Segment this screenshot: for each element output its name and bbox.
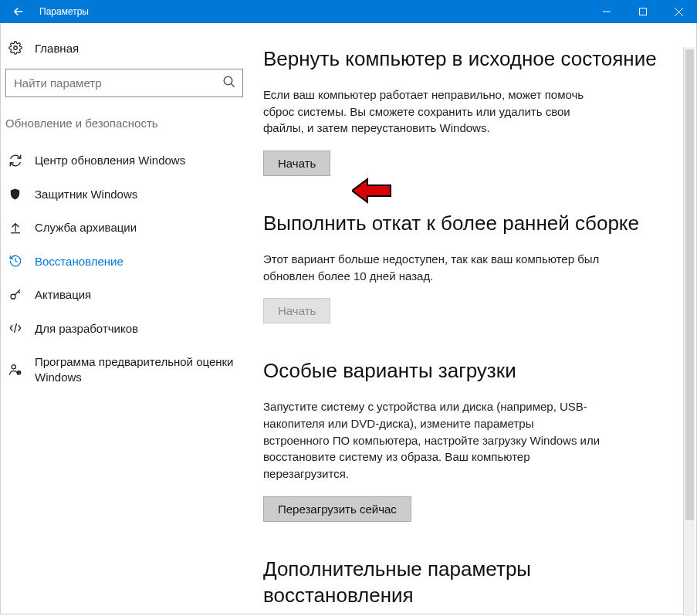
rollback-begin-button: Начать: [263, 298, 330, 323]
person-icon: [8, 363, 24, 377]
svg-rect-1: [639, 8, 646, 15]
search-icon: [222, 75, 236, 89]
upload-icon: [8, 221, 24, 235]
back-button[interactable]: [0, 0, 36, 23]
refresh-icon: [8, 154, 24, 168]
window-title: Параметры: [36, 6, 89, 17]
section-reset-description: Если ваш компьютер работает неправильно,…: [263, 86, 603, 137]
section-advanced-description: Запустите систему с устройства или диска…: [263, 398, 603, 482]
content-area: Вернуть компьютер в исходное состояние Е…: [248, 23, 696, 614]
close-button[interactable]: [661, 0, 697, 23]
sidebar-item-defender[interactable]: Защитник Windows: [1, 178, 248, 212]
reset-begin-button[interactable]: Начать: [263, 151, 330, 176]
section-extra-title: Дополнительные параметры восстановления: [263, 557, 679, 609]
nav-category: Обновление и безопасность: [1, 117, 248, 144]
history-icon: [8, 254, 24, 268]
scrollbar-thumb[interactable]: [685, 49, 694, 520]
search-input[interactable]: [14, 76, 215, 90]
sidebar-item-activation[interactable]: Активация: [1, 278, 248, 312]
gear-icon: [8, 41, 24, 55]
sidebar-item-update[interactable]: Центр обновления Windows: [1, 144, 248, 178]
svg-point-4: [14, 46, 18, 50]
sidebar-item-backup[interactable]: Служба архивации: [1, 211, 248, 245]
minimize-button[interactable]: [588, 0, 624, 23]
sidebar-item-developers[interactable]: Для разработчиков: [1, 312, 248, 346]
shield-icon: [8, 188, 24, 201]
key-icon: [8, 288, 24, 302]
scrollbar[interactable]: [683, 47, 695, 616]
sidebar-item-insider[interactable]: Программа предварительной оценки Windows: [1, 345, 248, 394]
section-advanced-title: Особые варианты загрузки: [263, 358, 679, 384]
home-label: Главная: [35, 42, 79, 55]
title-bar: Параметры: [0, 0, 697, 23]
sidebar: Главная Обновление и безопасность Центр …: [1, 23, 248, 614]
svg-point-8: [11, 294, 15, 299]
sidebar-item-recovery[interactable]: Восстановление: [1, 245, 248, 279]
section-rollback-title: Выполнить откат к более ранней сборке: [263, 211, 679, 237]
restart-now-button[interactable]: Перезагрузить сейчас: [263, 496, 411, 522]
svg-point-9: [12, 364, 15, 368]
nav-list: Центр обновления Windows Защитник Window…: [1, 144, 248, 394]
maximize-button[interactable]: [624, 0, 661, 23]
svg-point-5: [224, 76, 232, 85]
home-nav[interactable]: Главная: [1, 35, 248, 61]
svg-line-6: [231, 83, 235, 87]
search-field[interactable]: [5, 69, 243, 97]
section-reset-title: Вернуть компьютер в исходное состояние: [263, 46, 679, 73]
section-rollback-description: Этот вариант больше недоступен, так как …: [263, 251, 603, 285]
tool-icon: [8, 321, 24, 335]
